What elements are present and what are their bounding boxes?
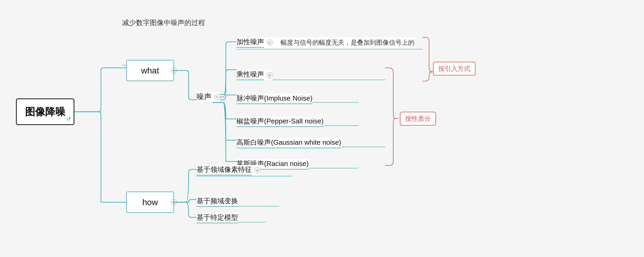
how-item-0: 基于领域像素特征 ⊕ [197, 165, 260, 175]
branch-node-how[interactable]: how ⊖ [126, 192, 174, 213]
gaussian-noise-label: 高斯白噪声(Gaussian white noise) [236, 138, 341, 148]
impulse-noise-label: 脉冲噪声(Impluse Noise) [236, 94, 312, 104]
how-item-0-label: 基于领域像素特征 [197, 165, 252, 175]
annotation-intro-label: 按引入方式 [438, 64, 470, 73]
branch-label-what: what [141, 66, 159, 76]
pepper-salt-noise-node: 椒盐噪声(Pepper-Salt noise) [236, 117, 324, 127]
toggle-how-0[interactable]: ⊕ [255, 167, 260, 173]
collapse-icon-what[interactable]: ⊖ [171, 68, 177, 73]
additive-noise-desc: 幅度与信号的幅度无关，是叠加到图像信号上的 [281, 38, 414, 47]
multiplicative-noise-node: 乘性噪声 ⊕ [236, 70, 273, 80]
branch-label-how: how [142, 197, 158, 207]
annotation-intro-method[interactable]: 按引入方式 [433, 62, 476, 76]
root-label: 图像降噪 [25, 105, 65, 119]
branch-node-what[interactable]: what ⊖ [126, 60, 174, 81]
annotation-quality[interactable]: 按性质分 [400, 112, 436, 126]
how-item-2-label: 基于特定模型 [197, 213, 238, 223]
refresh-icon[interactable]: ↺ [66, 116, 71, 122]
toggle-additive[interactable]: ⊖ [267, 40, 273, 45]
toggle-multiplicative[interactable]: ⊕ [267, 72, 273, 78]
multiplicative-noise-label: 乘性噪声 [236, 70, 264, 80]
how-item-2: 基于特定模型 [197, 213, 238, 223]
gaussian-noise-node: 高斯白噪声(Gaussian white noise) [236, 138, 341, 148]
root-node[interactable]: 图像降噪 ↺ [16, 98, 74, 125]
collapse-icon-how[interactable]: ⊖ [171, 199, 177, 205]
annotation-quality-label: 按性质分 [405, 114, 431, 123]
noise-label: 噪声 [197, 92, 211, 102]
mind-map-canvas: 图像降噪 ↺ what ⊖ how ⊖ 减少数字图像中噪声的过程 噪声 ⊖ 加性… [0, 0, 644, 257]
noise-node: 噪声 ⊖ [197, 92, 220, 102]
additive-noise-node: 加性噪声 ⊖ 幅度与信号的幅度无关，是叠加到图像信号上的 [236, 37, 414, 48]
impulse-noise-node: 脉冲噪声(Impluse Noise) [236, 94, 312, 104]
additive-noise-label: 加性噪声 [236, 37, 264, 48]
what-description: 减少数字图像中噪声的过程 [122, 18, 205, 27]
pepper-salt-noise-label: 椒盐噪声(Pepper-Salt noise) [236, 117, 324, 127]
how-item-1: 基于频域变换 [197, 196, 238, 207]
how-item-1-label: 基于频域变换 [197, 196, 238, 207]
collapse-icon-noise[interactable]: ⊖ [214, 94, 220, 100]
